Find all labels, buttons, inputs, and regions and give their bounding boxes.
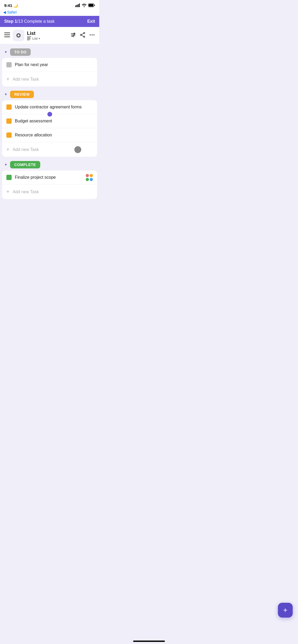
task-checkbox[interactable] [6, 62, 12, 67]
add-task-plus-icon: + [6, 146, 10, 153]
list-icon-area [13, 30, 24, 41]
svg-line-24 [82, 33, 83, 35]
toolbar: List List ▾ [0, 27, 99, 44]
review-section-header: ▼ REVIEW [0, 86, 99, 100]
svg-rect-8 [4, 36, 10, 37]
tutorial-step-info: Step 1/13 Complete a task [4, 19, 55, 24]
add-task-review[interactable]: + Add new Task [2, 142, 97, 157]
task-item[interactable]: Resource allocation [2, 128, 97, 142]
task-text: Plan for next year [15, 62, 93, 67]
todo-label: TO DO [10, 48, 31, 56]
review-chevron[interactable]: ▼ [4, 93, 7, 96]
avatar-dot [90, 174, 93, 177]
svg-point-20 [73, 36, 74, 37]
todo-section-header: ▼ TO DO [0, 44, 99, 58]
svg-rect-1 [77, 5, 78, 7]
add-task-complete[interactable]: + Add new Task [2, 185, 97, 199]
svg-rect-0 [75, 5, 76, 7]
todo-tasks: Plan for next year + Add new Task [2, 58, 97, 86]
svg-point-19 [74, 34, 75, 36]
filter-button[interactable] [70, 32, 76, 39]
task-text: Resource allocation [15, 133, 93, 137]
add-task-todo[interactable]: + Add new Task [2, 72, 97, 86]
complete-section-header: ▼ COMPLETE [0, 157, 99, 171]
task-item[interactable]: Update contractor agreement forms [2, 100, 97, 114]
svg-point-27 [92, 34, 93, 35]
exit-button[interactable]: Exit [87, 19, 95, 24]
tutorial-step-number: 1 [15, 19, 17, 24]
status-time: 9:41 🌙 [4, 3, 18, 8]
review-tasks: Update contractor agreement forms Budget… [2, 100, 97, 157]
avatar-dot [90, 178, 93, 181]
tutorial-step-prefix: Step [4, 19, 15, 24]
complete-tasks: Finalize project scope + Add new Task [2, 171, 97, 199]
toolbar-title-area: List List ▾ [27, 31, 67, 40]
task-item[interactable]: Finalize project scope [2, 171, 97, 185]
task-checkbox[interactable] [6, 132, 12, 138]
avatar-group [86, 174, 93, 181]
toolbar-title: List [27, 31, 67, 36]
complete-section: ▼ COMPLETE Finalize project scope + Add … [0, 157, 99, 199]
add-task-plus-icon: + [6, 76, 10, 82]
status-icons [75, 3, 95, 8]
svg-point-28 [93, 34, 94, 35]
svg-point-10 [17, 34, 20, 36]
review-label: REVIEW [10, 91, 34, 98]
moon-icon: 🌙 [13, 3, 18, 8]
share-button[interactable] [80, 32, 85, 39]
battery-icon [88, 3, 95, 8]
task-checkbox[interactable] [6, 175, 12, 180]
avatar-dot [86, 174, 89, 177]
svg-rect-11 [27, 36, 31, 37]
hamburger-menu-button[interactable] [4, 33, 10, 38]
svg-point-22 [84, 36, 85, 38]
add-task-label: Add new Task [13, 147, 39, 152]
chevron-down-icon: ▾ [39, 37, 40, 40]
svg-line-25 [82, 35, 83, 36]
todo-section: ▼ TO DO Plan for next year + Add new Tas… [0, 44, 99, 86]
add-task-plus-icon: + [6, 189, 10, 195]
add-task-label: Add new Task [13, 77, 39, 82]
complete-chevron[interactable]: ▼ [4, 163, 7, 167]
review-section: ▼ REVIEW View task details Update contra… [0, 86, 99, 157]
task-item[interactable]: Plan for next year [2, 58, 97, 72]
svg-rect-12 [27, 38, 30, 38]
svg-rect-7 [4, 35, 10, 35]
safari-back-label: Safari [7, 10, 17, 14]
toolbar-subtitle[interactable]: List ▾ [27, 36, 67, 40]
svg-rect-2 [78, 4, 79, 7]
status-bar: 9:41 🌙 [0, 0, 99, 9]
task-text: Finalize project scope [15, 175, 79, 180]
tutorial-description: Complete a task [23, 19, 55, 24]
svg-rect-14 [27, 40, 30, 40]
safari-back[interactable]: ◀ Safari [0, 9, 99, 16]
svg-rect-13 [27, 39, 31, 39]
complete-label: COMPLETE [10, 161, 40, 168]
svg-rect-6 [4, 33, 10, 33]
toolbar-actions [70, 32, 95, 39]
task-checkbox[interactable] [6, 118, 12, 124]
tutorial-banner: Step 1/13 Complete a task Exit [0, 16, 99, 27]
avatar-dot [86, 178, 89, 181]
task-text: Budget assessment [15, 119, 93, 123]
tutorial-step-total: /13 [17, 19, 23, 24]
back-arrow-icon: ◀ [3, 10, 6, 14]
todo-chevron[interactable]: ▼ [4, 50, 7, 54]
svg-point-26 [90, 34, 91, 35]
more-options-button[interactable] [89, 32, 95, 39]
task-text: Update contractor agreement forms [15, 105, 93, 109]
svg-rect-3 [79, 3, 80, 7]
svg-point-21 [84, 33, 85, 34]
add-task-label: Add new Task [13, 190, 39, 194]
main-content: ▼ TO DO Plan for next year + Add new Tas… [0, 44, 99, 199]
svg-rect-5 [89, 4, 93, 7]
toolbar-subtitle-text: List [32, 36, 38, 40]
signal-icon [75, 3, 80, 8]
svg-point-23 [80, 34, 82, 36]
wifi-icon [82, 3, 87, 8]
task-checkbox[interactable] [6, 104, 12, 110]
